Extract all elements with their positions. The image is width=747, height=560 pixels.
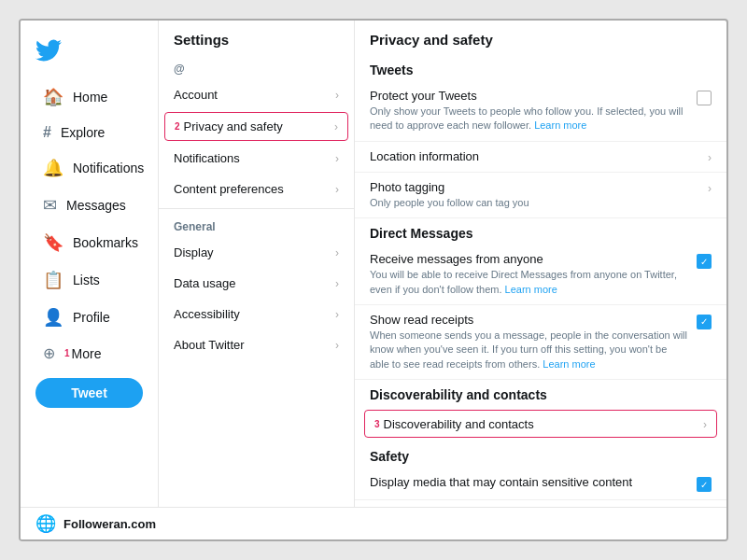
discoverability-section-title: Discoverability and contacts <box>355 380 726 406</box>
photo-tagging-label: Photo tagging <box>370 180 700 194</box>
sidebar-item-bookmarks[interactable]: 🔖 Bookmarks <box>28 225 150 260</box>
twitter-logo[interactable] <box>21 30 158 78</box>
receive-messages-desc: You will be able to receive Direct Messa… <box>370 268 689 297</box>
sidebar-item-label: Messages <box>66 198 126 213</box>
protect-tweets-link[interactable]: Learn more <box>534 119 586 131</box>
settings-data-usage[interactable]: Data usage › <box>159 268 354 299</box>
privacy-panel: Privacy and safety Tweets Protect your T… <box>355 21 726 539</box>
receive-messages-row: Receive messages from anyone You will be… <box>355 245 726 305</box>
chevron-right-location: › <box>708 151 712 164</box>
settings-display[interactable]: Display › <box>159 237 354 268</box>
sidebar-item-notifications[interactable]: 🔔 Notifications <box>28 150 150 186</box>
show-receipts-desc: When someone sends you a message, people… <box>370 329 689 371</box>
sidebar-item-label: Bookmarks <box>73 235 138 250</box>
sensitive-media-checkbox[interactable]: ✓ <box>697 477 712 492</box>
settings-accessibility[interactable]: Accessibility › <box>159 299 354 329</box>
chevron-right-icon2: › <box>334 120 338 133</box>
chevron-right-icon3: › <box>335 152 339 165</box>
receive-messages-label: Receive messages from anyone <box>370 252 689 266</box>
settings-panel: Settings @ Account › 2 Privacy and safet… <box>159 21 355 539</box>
sidebar-item-explore[interactable]: # Explore <box>28 117 150 148</box>
sensitive-media-label: Display media that may contain sensitive… <box>370 475 689 489</box>
location-info-row: Location information › <box>355 142 726 173</box>
protect-tweets-label: Protect your Tweets <box>370 89 689 103</box>
sidebar-item-home[interactable]: 🏠 Home <box>28 79 150 115</box>
chevron-right-icon: › <box>335 89 339 102</box>
privacy-header: Privacy and safety <box>355 21 726 55</box>
sidebar-item-label: Explore <box>61 125 105 140</box>
sidebar-item-more[interactable]: ⊕ 1 More <box>28 337 150 370</box>
tweet-button[interactable]: Tweet <box>35 378 143 408</box>
show-receipts-link[interactable]: Learn more <box>543 358 595 370</box>
step-badge-2: 2 <box>175 121 180 132</box>
sidebar-item-label: Profile <box>73 310 110 325</box>
sensitive-media-row: Display media that may contain sensitive… <box>355 468 726 500</box>
chevron-right-icon4: › <box>335 183 339 196</box>
photo-tagging-desc: Only people you follow can tag you <box>370 196 700 210</box>
globe-icon: 🌐 <box>35 513 56 534</box>
dm-section-title: Direct Messages <box>355 218 726 245</box>
settings-content-prefs[interactable]: Content preferences › <box>159 174 354 204</box>
sidebar-item-label: Lists <box>73 273 100 287</box>
bottom-bar: 🌐 Followeran.com <box>21 507 726 539</box>
settings-account[interactable]: Account › <box>159 79 354 110</box>
show-receipts-checkbox[interactable]: ✓ <box>697 315 712 329</box>
sidebar-item-lists[interactable]: 📋 Lists <box>28 262 150 298</box>
messages-icon: ✉ <box>43 195 57 216</box>
at-symbol: @ <box>159 55 354 79</box>
settings-privacy-safety[interactable]: 2 Privacy and safety › <box>164 112 348 141</box>
settings-notifications[interactable]: Notifications › <box>159 143 354 174</box>
home-icon: 🏠 <box>43 87 63 107</box>
show-receipts-label: Show read receipts <box>370 313 689 327</box>
sidebar-item-label: Home <box>73 90 107 105</box>
protect-tweets-row: Protect your Tweets Only show your Tweet… <box>355 81 726 142</box>
chevron-right-icon5: › <box>335 246 339 259</box>
chevron-right-discoverability: › <box>703 418 707 431</box>
discoverability-row[interactable]: 3 Discoverability and contacts › <box>364 410 717 438</box>
sidebar-item-messages[interactable]: ✉ Messages <box>28 188 150 223</box>
settings-divider <box>159 208 354 209</box>
receive-messages-link[interactable]: Learn more <box>505 284 557 295</box>
sidebar-item-profile[interactable]: 👤 Profile <box>28 300 150 335</box>
safety-section-title: Safety <box>355 441 726 468</box>
location-info-label: Location information <box>370 149 700 163</box>
chevron-right-icon8: › <box>335 339 339 352</box>
discoverability-label: Discoverability and contacts <box>384 417 534 431</box>
protect-tweets-checkbox[interactable] <box>697 91 712 105</box>
receive-messages-checkbox[interactable]: ✓ <box>697 254 712 269</box>
bookmarks-icon: 🔖 <box>43 232 63 253</box>
more-icon: ⊕ <box>43 344 55 362</box>
chevron-right-photo: › <box>708 182 712 195</box>
settings-about-twitter[interactable]: About Twitter › <box>159 329 354 360</box>
profile-icon: 👤 <box>43 307 63 328</box>
sidebar-more-badge: 1 <box>64 348 70 358</box>
explore-icon: # <box>43 124 51 141</box>
site-label: Followeran.com <box>63 517 156 531</box>
tweets-section-title: Tweets <box>355 55 726 81</box>
general-header: General <box>159 213 354 237</box>
notifications-icon: 🔔 <box>43 158 63 178</box>
lists-icon: 📋 <box>43 270 63 290</box>
photo-tagging-row: Photo tagging Only people you follow can… <box>355 173 726 218</box>
chevron-right-icon6: › <box>335 277 339 290</box>
protect-tweets-desc: Only show your Tweets to people who foll… <box>370 105 689 133</box>
show-receipts-row: Show read receipts When someone sends yo… <box>355 305 726 380</box>
sidebar-item-label: More <box>72 346 102 361</box>
sidebar: 🏠 Home # Explore 🔔 Notifications ✉ Messa… <box>21 21 159 539</box>
chevron-right-icon7: › <box>335 308 339 321</box>
step-badge-3: 3 <box>374 419 380 429</box>
settings-title: Settings <box>159 21 354 55</box>
sidebar-item-label: Notifications <box>73 161 144 175</box>
